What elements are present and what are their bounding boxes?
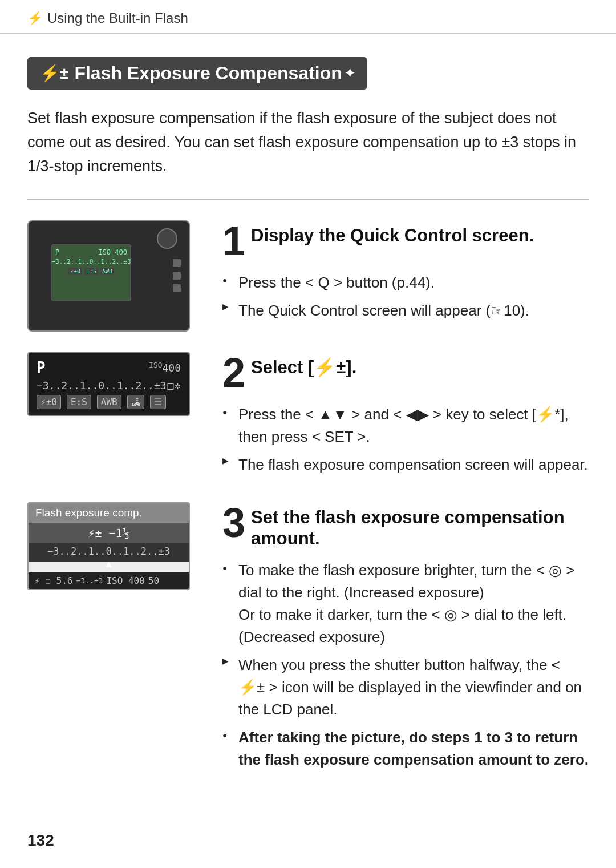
- fcs-indicator: ▲: [29, 558, 189, 572]
- top-bar-text: Using the Built-in Flash: [47, 10, 188, 26]
- fcs-value: ⚡± −1⅓: [29, 523, 189, 543]
- step-1-header: 1 Display the Quick Control screen.: [222, 220, 589, 261]
- step-3-number: 3: [222, 502, 245, 543]
- fcs-header: Flash exposure comp.: [29, 503, 189, 523]
- lightning-icon: ⚡: [27, 11, 43, 26]
- lcd-row2: −3..2..1..0..1..2..±3 □ ✲: [37, 380, 181, 391]
- cam-btn-3[interactable]: [173, 284, 181, 292]
- lcd-square-icon: □: [167, 380, 173, 391]
- step-2-right: 2 Select [⚡±]. Press the < ▲▼ > and < ◀▶…: [222, 352, 589, 482]
- lcd-badge2: E:S: [67, 395, 91, 409]
- cam-badge2: E:S: [84, 268, 98, 275]
- lcd-mode: P: [37, 359, 46, 376]
- step-1-bullet-1: Press the < Q > button (p.44).: [222, 272, 589, 294]
- cam-body-right: [173, 259, 181, 292]
- steps-container: P ISO 400 −3..2..1..0..1..2..±3 ⚡±0 E:S …: [27, 220, 589, 797]
- step-1-number: 1: [222, 220, 245, 261]
- step-2-header: 2 Select [⚡±].: [222, 352, 589, 393]
- section-flash-icon: ⚡±: [40, 64, 68, 83]
- lcd-exposure-scale: −3..2..1..0..1..2..±3: [37, 380, 167, 391]
- section-star: ✦: [345, 66, 355, 81]
- fcs-bottom-val: 50: [148, 575, 159, 586]
- step-1-bullet-2: The Quick Control screen will appear (☞1…: [222, 300, 589, 322]
- cam-mode: P: [55, 248, 59, 256]
- top-bar: ⚡ Using the Built-in Flash: [0, 0, 616, 34]
- lcd-badge4: 🏞: [127, 395, 144, 409]
- cam-btn-1[interactable]: [173, 259, 181, 267]
- cam-badge3: AWB: [100, 268, 114, 275]
- lcd-panel: P ISO400 −3..2..1..0..1..2..±3 □ ✲ ⚡±0 E…: [27, 352, 190, 416]
- fcs-bottom: ⚡ ☐ 5.6 −3..±3 ISO 400 50: [29, 572, 189, 589]
- cam-badge1: ⚡±0: [68, 268, 82, 275]
- step-3-bold-text: After taking the picture, do steps 1 to …: [238, 729, 589, 768]
- step-3-bullets: To make the flash exposure brighter, tur…: [222, 559, 589, 771]
- lcd-row3: ⚡±0 E:S AWB 🏞 ☰: [37, 395, 181, 409]
- step-2-bullets: Press the < ▲▼ > and < ◀▶ > key to selec…: [222, 403, 589, 476]
- flash-comp-screen: Flash exposure comp. ⚡± −1⅓ −3..2..1..0.…: [27, 502, 190, 590]
- camera-screen: P ISO 400 −3..2..1..0..1..2..±3 ⚡±0 E:S …: [51, 244, 131, 301]
- section-title-box: ⚡± Flash Exposure Compensation ✦: [27, 57, 367, 90]
- cam-top-row: P ISO 400: [55, 248, 127, 256]
- lcd-row1: P ISO400: [37, 359, 181, 376]
- step-3-right: 3 Set the flash exposure compensation am…: [222, 502, 589, 777]
- lcd-dial-icon: ✲: [175, 380, 181, 391]
- step-3-title: Set the flash exposure compensation amou…: [251, 502, 589, 549]
- fcs-bottom-text: ⚡ ☐ 5.6: [34, 575, 72, 586]
- step-3-row: Flash exposure comp. ⚡± −1⅓ −3..2..1..0.…: [27, 502, 589, 777]
- fcs-bottom-iso: ISO 400: [106, 575, 144, 586]
- step-3-left: Flash exposure comp. ⚡± −1⅓ −3..2..1..0.…: [27, 502, 204, 590]
- cam-iso: ISO 400: [98, 248, 127, 256]
- step-1-row: P ISO 400 −3..2..1..0..1..2..±3 ⚡±0 E:S …: [27, 220, 589, 332]
- step-3-bullet-1: To make the flash exposure brighter, tur…: [222, 559, 589, 648]
- lcd-badge3: AWB: [97, 395, 121, 409]
- camera-mockup: P ISO 400 −3..2..1..0..1..2..±3 ⚡±0 E:S …: [27, 220, 190, 332]
- intro-text: Set flash exposure compensation if the f…: [27, 107, 589, 179]
- step-1-bullets: Press the < Q > button (p.44). The Quick…: [222, 272, 589, 322]
- cam-btn-2[interactable]: [173, 272, 181, 280]
- section-title: Flash Exposure Compensation: [74, 63, 342, 84]
- lcd-iso-label: ISO: [149, 361, 162, 369]
- cam-dial: [157, 228, 177, 249]
- cam-info-row: −3..2..1..0..1..2..±3: [51, 258, 131, 265]
- lcd-badge1: ⚡±0: [37, 395, 61, 409]
- step-2-number: 2: [222, 352, 245, 393]
- step-1-right: 1 Display the Quick Control screen. Pres…: [222, 220, 589, 328]
- divider: [27, 199, 589, 200]
- step-1-left: P ISO 400 −3..2..1..0..1..2..±3 ⚡±0 E:S …: [27, 220, 204, 332]
- page-number: 132: [0, 820, 616, 850]
- step-3-header: 3 Set the flash exposure compensation am…: [222, 502, 589, 549]
- step-2-bullet-1: Press the < ▲▼ > and < ◀▶ > key to selec…: [222, 403, 589, 448]
- lcd-iso: ISO400: [149, 361, 181, 374]
- step-2-left: P ISO400 −3..2..1..0..1..2..±3 □ ✲ ⚡±0 E…: [27, 352, 204, 416]
- step-3-bullet-3: After taking the picture, do steps 1 to …: [222, 726, 589, 771]
- step-1-title: Display the Quick Control screen.: [251, 220, 534, 246]
- lcd-badge5: ☰: [150, 395, 166, 409]
- cam-badges: ⚡±0 E:S AWB: [68, 268, 114, 275]
- step-2-title: Select [⚡±].: [251, 352, 356, 378]
- step-2-row: P ISO400 −3..2..1..0..1..2..±3 □ ✲ ⚡±0 E…: [27, 352, 589, 482]
- main-content: ⚡± Flash Exposure Compensation ✦ Set fla…: [0, 34, 616, 820]
- fcs-bottom-scale: −3..±3: [76, 576, 103, 585]
- step-2-bullet-2: The flash exposure compensation screen w…: [222, 454, 589, 476]
- step-3-bullet-2: When you press the shutter button halfwa…: [222, 654, 589, 721]
